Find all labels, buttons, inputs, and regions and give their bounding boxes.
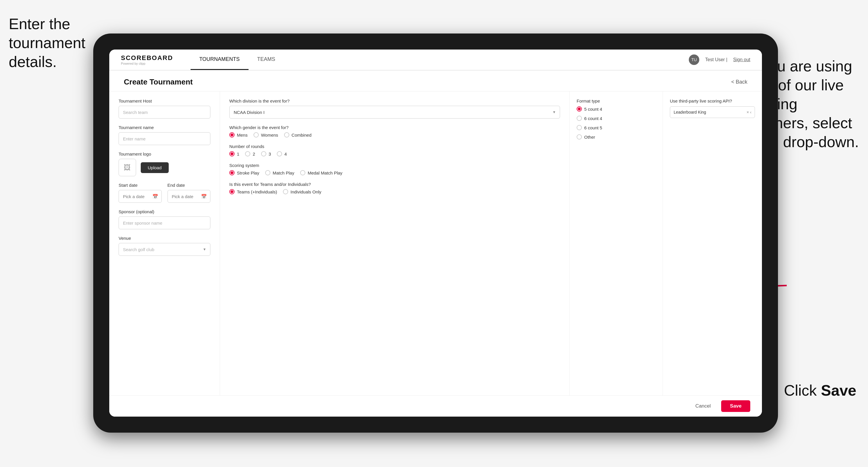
scoring-stroke-radio[interactable] <box>229 170 235 176</box>
scoring-medal-radio[interactable] <box>300 170 305 176</box>
rounds-3-label: 3 <box>269 152 271 156</box>
event-type-teams[interactable]: Teams (+Individuals) <box>229 189 277 194</box>
navbar: SCOREBOARD Powered by clipp TOURNAMENTS … <box>109 50 762 70</box>
gender-radio-group: Mens Womens Combined <box>229 132 560 137</box>
rounds-2-radio[interactable] <box>245 151 250 156</box>
rounds-1[interactable]: 1 <box>229 151 239 156</box>
scoring-medal-label: Medal Match Play <box>308 170 342 176</box>
rounds-3-radio[interactable] <box>261 151 266 156</box>
cancel-button[interactable]: Cancel <box>689 401 716 411</box>
event-type-teams-radio[interactable] <box>229 189 235 194</box>
start-date-group: Start date <box>119 183 162 203</box>
format-6count5-radio[interactable] <box>577 125 582 130</box>
rounds-4[interactable]: 4 <box>277 151 287 156</box>
venue-input[interactable] <box>119 243 210 256</box>
start-date-label: Start date <box>119 183 162 188</box>
sponsor-label: Sponsor (optional) <box>119 209 210 214</box>
api-label: Use third-party live scoring API? <box>670 98 755 103</box>
tournament-logo-label: Tournament logo <box>119 152 210 156</box>
format-other-label: Other <box>584 134 595 139</box>
format-5count4[interactable]: 5 count 4 <box>577 106 656 112</box>
brand-title: SCOREBOARD <box>121 54 173 62</box>
division-select-wrap: NCAA Division I <box>229 106 560 119</box>
brand: SCOREBOARD Powered by clipp <box>121 54 173 65</box>
api-clear-button[interactable]: × ‹ <box>746 110 751 115</box>
rounds-3[interactable]: 3 <box>261 151 271 156</box>
end-date-group: End date <box>167 183 211 203</box>
format-6count4-label: 6 count 4 <box>584 116 602 121</box>
sponsor-group: Sponsor (optional) <box>119 209 210 229</box>
sponsor-input[interactable] <box>119 216 210 229</box>
format-6count4-radio[interactable] <box>577 116 582 121</box>
tournament-name-group: Tournament name <box>119 125 210 145</box>
start-date-wrap <box>119 190 162 203</box>
division-select[interactable]: NCAA Division I <box>229 106 560 119</box>
event-type-individuals-label: Individuals Only <box>290 189 321 194</box>
nav-teams[interactable]: TEAMS <box>249 50 284 70</box>
format-6count5-label: 6 count 5 <box>584 125 602 130</box>
upload-button[interactable]: Upload <box>141 162 169 173</box>
gender-label: Which gender is the event for? <box>229 125 560 130</box>
gender-womens-label: Womens <box>261 132 278 137</box>
rounds-2-label: 2 <box>253 152 255 156</box>
gender-group: Which gender is the event for? Mens Wome… <box>229 125 560 137</box>
save-button[interactable]: Save <box>721 400 750 412</box>
tournament-name-label: Tournament name <box>119 125 210 130</box>
tournament-host-input[interactable] <box>119 106 210 119</box>
scoring-match-label: Match Play <box>273 170 294 176</box>
end-date-wrap <box>167 190 211 203</box>
gender-combined-radio[interactable] <box>284 132 289 137</box>
format-options-list: 5 count 4 6 count 4 6 count 5 Other <box>577 106 656 139</box>
format-6count5[interactable]: 6 count 5 <box>577 125 656 130</box>
event-type-individuals-radio[interactable] <box>283 189 288 194</box>
scoring-match[interactable]: Match Play <box>265 170 294 176</box>
scoring-stroke-label: Stroke Play <box>237 170 259 176</box>
sign-out-link[interactable]: Sign out <box>733 57 750 62</box>
rounds-4-label: 4 <box>284 152 287 156</box>
start-date-input[interactable] <box>119 190 162 203</box>
format-other[interactable]: Other <box>577 134 656 139</box>
form-body: Tournament Host Tournament name Tourname… <box>109 91 762 395</box>
form-mid-column: Which division is the event for? NCAA Di… <box>220 91 570 395</box>
brand-subtitle: Powered by clipp <box>121 62 173 65</box>
format-5count4-radio[interactable] <box>577 106 582 112</box>
scoring-medal[interactable]: Medal Match Play <box>300 170 342 176</box>
venue-select-wrap <box>119 243 210 256</box>
tournament-host-group: Tournament Host <box>119 98 210 119</box>
content-area: Create Tournament Back Tournament Host T… <box>109 70 762 416</box>
nav-tournaments[interactable]: TOURNAMENTS <box>191 50 249 70</box>
image-icon: 🖼 <box>124 163 131 172</box>
gender-womens[interactable]: Womens <box>253 132 278 137</box>
api-column: Use third-party live scoring API? × ‹ <box>663 91 762 395</box>
format-6count4[interactable]: 6 count 4 <box>577 116 656 121</box>
format-type-label: Format type <box>577 98 656 103</box>
logo-upload-area: 🖼 Upload <box>119 159 210 176</box>
gender-mens[interactable]: Mens <box>229 132 248 137</box>
annotation-top-left: Enter the tournament details. <box>9 14 90 71</box>
rounds-radio-group: 1 2 3 4 <box>229 151 560 156</box>
back-link[interactable]: Back <box>731 79 747 85</box>
gender-mens-label: Mens <box>237 132 248 137</box>
format-other-radio[interactable] <box>577 134 582 139</box>
gender-combined[interactable]: Combined <box>284 132 311 137</box>
event-type-individuals[interactable]: Individuals Only <box>283 189 321 194</box>
rounds-4-radio[interactable] <box>277 151 282 156</box>
event-type-label: Is this event for Teams and/or Individua… <box>229 182 560 187</box>
scoring-match-radio[interactable] <box>265 170 270 176</box>
rounds-group: Number of rounds 1 2 <box>229 144 560 156</box>
gender-womens-radio[interactable] <box>253 132 259 137</box>
gender-mens-radio[interactable] <box>229 132 235 137</box>
scoring-label: Scoring system <box>229 163 560 168</box>
scoring-group: Scoring system Stroke Play Match Play <box>229 163 560 176</box>
page-title: Create Tournament <box>124 77 193 87</box>
main-nav: TOURNAMENTS TEAMS <box>191 50 284 70</box>
form-left-column: Tournament Host Tournament name Tourname… <box>109 91 220 395</box>
rounds-2[interactable]: 2 <box>245 151 255 156</box>
tournament-name-input[interactable] <box>119 132 210 145</box>
event-type-teams-label: Teams (+Individuals) <box>237 189 277 194</box>
end-date-input[interactable] <box>167 190 211 203</box>
rounds-1-radio[interactable] <box>229 151 235 156</box>
scoring-stroke[interactable]: Stroke Play <box>229 170 259 176</box>
api-input[interactable] <box>670 106 755 118</box>
division-label: Which division is the event for? <box>229 98 560 103</box>
